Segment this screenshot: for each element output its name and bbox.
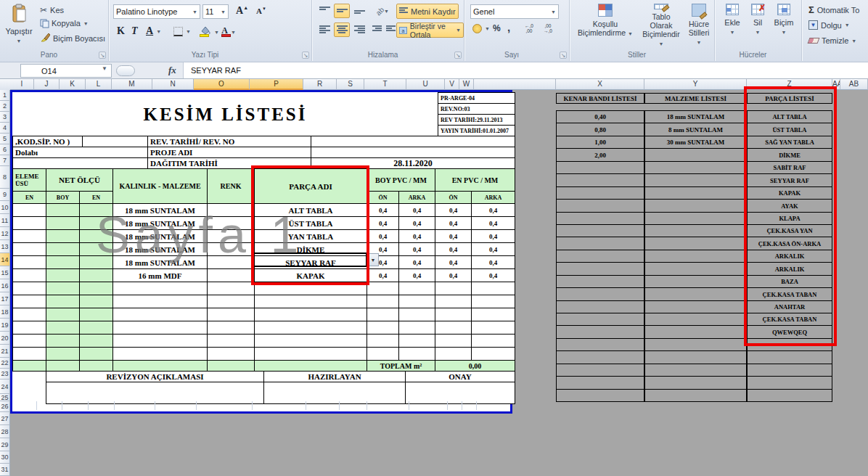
- cell-empty[interactable]: [12, 347, 46, 361]
- column-header-AB[interactable]: AB: [840, 79, 868, 90]
- list-item-parca[interactable]: SABİT RAF: [747, 161, 832, 174]
- cell-empty[interactable]: [435, 334, 472, 348]
- list-item-kenar[interactable]: [556, 350, 644, 364]
- name-box-arrow[interactable]: ▼: [102, 65, 107, 72]
- cell-empty[interactable]: [46, 255, 80, 269]
- cell-empty[interactable]: [435, 295, 472, 308]
- accounting-format-button[interactable]: ▼: [470, 23, 492, 34]
- number-format-select[interactable]: Genel▼: [470, 4, 559, 19]
- list-item-kenar[interactable]: 2,00: [556, 148, 644, 162]
- cell-empty[interactable]: [79, 321, 113, 335]
- row-header-19[interactable]: 19: [0, 319, 10, 332]
- onay-empty-box[interactable]: [405, 382, 515, 404]
- row-header-22[interactable]: 22: [0, 358, 10, 369]
- cell-empty[interactable]: [46, 242, 80, 256]
- cell-empty[interactable]: [46, 216, 80, 230]
- row-header-6[interactable]: 6: [0, 144, 10, 155]
- decrease-indent-button[interactable]: [370, 22, 383, 37]
- cell-empty[interactable]: [112, 295, 208, 308]
- cell-empty[interactable]: [79, 334, 113, 348]
- list-item-kenar[interactable]: [556, 199, 644, 213]
- list-item-parca[interactable]: [747, 376, 832, 390]
- borders-button[interactable]: ▼: [171, 26, 193, 37]
- row-header-9[interactable]: 9: [0, 189, 10, 201]
- formula-input[interactable]: SEYYAR RAF: [183, 62, 868, 78]
- cell-empty[interactable]: [435, 308, 472, 321]
- list-item-parca[interactable]: BAZA: [747, 275, 832, 288]
- list-item-parca[interactable]: [747, 389, 832, 402]
- cell-empty[interactable]: [46, 295, 80, 308]
- cell-pvc-value[interactable]: 0,4: [398, 203, 435, 217]
- cell-empty[interactable]: [12, 308, 46, 321]
- row-header-16[interactable]: 16: [0, 279, 10, 292]
- conditional-formatting-button[interactable]: KoşulluBiçimlendirme ▼: [576, 3, 635, 49]
- paste-dropdown-arrow[interactable]: ▼: [17, 38, 22, 44]
- cell-material[interactable]: 18 mm SUNTALAM: [112, 216, 208, 230]
- rev-no-cell[interactable]: REV.NO:03: [438, 103, 515, 115]
- row-header-31[interactable]: 31: [0, 464, 10, 476]
- list-item-parca[interactable]: DİKME: [747, 148, 832, 162]
- column-header-J[interactable]: J: [34, 79, 60, 90]
- subheader-on1[interactable]: ÖN: [367, 191, 399, 204]
- toplam-row-cell[interactable]: [79, 360, 113, 372]
- subheader-arka1[interactable]: ARKA: [398, 191, 435, 204]
- cell-empty[interactable]: [46, 334, 80, 348]
- cell-empty[interactable]: [79, 229, 113, 243]
- cell-empty[interactable]: [367, 308, 399, 321]
- header-renk[interactable]: RENK: [207, 168, 255, 204]
- toplam-value-cell[interactable]: 0,00: [435, 360, 515, 372]
- cell-empty[interactable]: [46, 268, 80, 282]
- cell-empty[interactable]: [79, 268, 113, 282]
- list-item-parca[interactable]: QWEWQEQ: [747, 325, 832, 339]
- hazirlayan-empty-box[interactable]: [263, 382, 406, 404]
- cell-empty[interactable]: [79, 308, 113, 321]
- cell-part-name[interactable]: KAPAK: [254, 268, 367, 282]
- list-item-malzeme[interactable]: [644, 262, 747, 276]
- cell-empty[interactable]: [435, 282, 472, 295]
- column-header-L[interactable]: L: [86, 79, 112, 90]
- cell-empty[interactable]: [207, 255, 255, 269]
- list-item-malzeme[interactable]: [644, 224, 747, 237]
- cell-empty[interactable]: [398, 347, 435, 361]
- column-header-Y[interactable]: Y: [644, 79, 747, 90]
- cell-empty[interactable]: [12, 268, 46, 282]
- cell-empty[interactable]: [207, 242, 255, 256]
- row-header-20[interactable]: 20: [0, 332, 10, 345]
- insert-function-icon[interactable]: fx: [168, 65, 176, 76]
- cell-pvc-value[interactable]: 0,4: [435, 216, 472, 230]
- toplam-row-cell[interactable]: [112, 360, 208, 372]
- cell-pvc-value[interactable]: 0,4: [367, 268, 399, 282]
- align-center-button[interactable]: [334, 22, 350, 37]
- cell-empty[interactable]: [471, 308, 515, 321]
- column-header-V[interactable]: V: [445, 79, 459, 90]
- cell-empty[interactable]: [12, 321, 46, 335]
- orientation-button[interactable]: ab ▼: [373, 4, 392, 18]
- row-header-10[interactable]: 10: [0, 201, 10, 214]
- cell-material[interactable]: 16 mm MDF: [112, 268, 208, 282]
- list-item-parca[interactable]: ÇEK.KASA YAN: [747, 224, 832, 237]
- list-item-kenar[interactable]: 0,80: [556, 123, 644, 136]
- list-item-malzeme[interactable]: [644, 212, 747, 225]
- list-item-parca[interactable]: ÇEK.KASA ÖN-ARKA: [747, 237, 832, 250]
- column-header-U[interactable]: U: [406, 79, 445, 90]
- clear-button[interactable]: Temizle ▼: [806, 36, 859, 46]
- list-item-malzeme[interactable]: [644, 161, 747, 174]
- cell-empty[interactable]: [12, 203, 46, 217]
- font-name-select[interactable]: Palatino Linotype▼: [113, 4, 200, 19]
- onay-cell[interactable]: ONAY: [405, 371, 515, 382]
- cell-pvc-value[interactable]: 0,4: [435, 229, 472, 243]
- subheader-en2[interactable]: EN: [79, 191, 113, 204]
- paste-button[interactable]: Yapıştır ▼: [3, 3, 35, 46]
- list-item-kenar[interactable]: [556, 262, 644, 276]
- list-item-kenar[interactable]: [556, 237, 644, 250]
- merge-center-button[interactable]: a Birleştir ve Ortala ▼: [396, 22, 464, 38]
- cell-empty[interactable]: [367, 321, 399, 335]
- grow-font-button[interactable]: A▲: [234, 4, 250, 17]
- cell-pvc-value[interactable]: 0,4: [471, 216, 515, 230]
- list-item-kenar[interactable]: [556, 212, 644, 225]
- column-header-K[interactable]: K: [60, 79, 86, 90]
- cell-pvc-value[interactable]: 0,4: [398, 268, 435, 282]
- cell-empty[interactable]: [367, 347, 399, 361]
- cell-empty[interactable]: [12, 295, 46, 308]
- cell-part-name[interactable]: ALT TABLA: [254, 203, 367, 217]
